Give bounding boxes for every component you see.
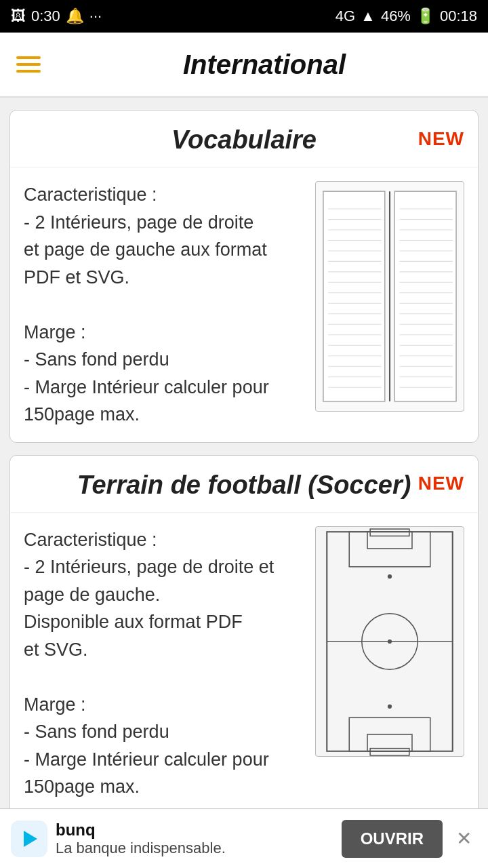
status-bar: 🖼 0:30 🔔 ··· 4G ▲ 46% 🔋 00:18 bbox=[0, 0, 488, 33]
ad-banner: bunq La banque indispensable. OUVRIR ✕ bbox=[0, 808, 488, 868]
vocab-svg bbox=[319, 188, 461, 405]
svg-point-48 bbox=[388, 704, 392, 708]
ad-play-icon bbox=[18, 828, 40, 850]
ad-brand-name: bunq bbox=[56, 821, 333, 840]
svg-marker-51 bbox=[24, 831, 37, 847]
battery-icon: 🔋 bbox=[416, 7, 434, 25]
ad-slogan-text: La banque indispensable. bbox=[56, 840, 333, 857]
menu-line-2 bbox=[16, 63, 41, 66]
card-soccer-header: Terrain de football (Soccer) NEW bbox=[10, 456, 478, 513]
network-label: 4G bbox=[336, 7, 355, 25]
card-soccer-title: Terrain de football (Soccer) bbox=[77, 471, 411, 500]
svg-point-42 bbox=[388, 574, 392, 578]
status-icon3: ··· bbox=[89, 7, 102, 25]
status-photo-icon: 🖼 bbox=[11, 7, 26, 25]
status-icon2: 🔔 bbox=[66, 7, 84, 25]
svg-rect-0 bbox=[323, 191, 385, 401]
vocab-pages-illustration bbox=[316, 182, 464, 411]
card-vocabulaire-body: Caracteristique : - 2 Intérieurs, page d… bbox=[10, 167, 478, 442]
soccer-svg bbox=[319, 526, 461, 757]
card-vocabulaire: Vocabulaire NEW Caracteristique : - 2 In… bbox=[9, 110, 479, 443]
menu-line-3 bbox=[16, 70, 41, 73]
main-content: Vocabulaire NEW Caracteristique : - 2 In… bbox=[0, 110, 488, 868]
card-vocabulaire-text: Caracteristique : - 2 Intérieurs, page d… bbox=[24, 181, 304, 429]
clock: 00:18 bbox=[440, 7, 477, 25]
card-soccer-badge: NEW bbox=[418, 473, 464, 494]
app-header: International bbox=[0, 33, 488, 98]
status-time-left: 0:30 bbox=[31, 7, 60, 25]
battery-label: 46% bbox=[381, 7, 411, 25]
card-vocabulaire-header: Vocabulaire NEW bbox=[10, 111, 478, 167]
page-title: International bbox=[57, 50, 472, 80]
card-vocabulaire-badge: NEW bbox=[418, 128, 464, 150]
status-right: 4G ▲ 46% 🔋 00:18 bbox=[336, 7, 477, 25]
card-soccer-text: Caracteristique : - 2 Intérieurs, page d… bbox=[24, 526, 304, 801]
card-soccer: Terrain de football (Soccer) NEW Caracte… bbox=[9, 455, 479, 815]
card-soccer-image bbox=[315, 526, 464, 757]
card-soccer-body: Caracteristique : - 2 Intérieurs, page d… bbox=[10, 513, 478, 814]
menu-line-1 bbox=[16, 56, 41, 59]
svg-point-45 bbox=[388, 639, 392, 643]
ad-close-button[interactable]: ✕ bbox=[451, 825, 477, 852]
card-vocabulaire-title: Vocabulaire bbox=[171, 125, 317, 155]
status-left: 🖼 0:30 🔔 ··· bbox=[11, 7, 102, 25]
svg-rect-19 bbox=[394, 191, 456, 401]
ad-open-button[interactable]: OUVRIR bbox=[342, 820, 443, 858]
signal-icon: ▲ bbox=[361, 7, 375, 25]
ad-text-block: bunq La banque indispensable. bbox=[56, 821, 333, 857]
card-vocabulaire-image bbox=[315, 181, 464, 412]
menu-button[interactable] bbox=[16, 56, 41, 73]
ad-brand-icon bbox=[11, 821, 47, 857]
